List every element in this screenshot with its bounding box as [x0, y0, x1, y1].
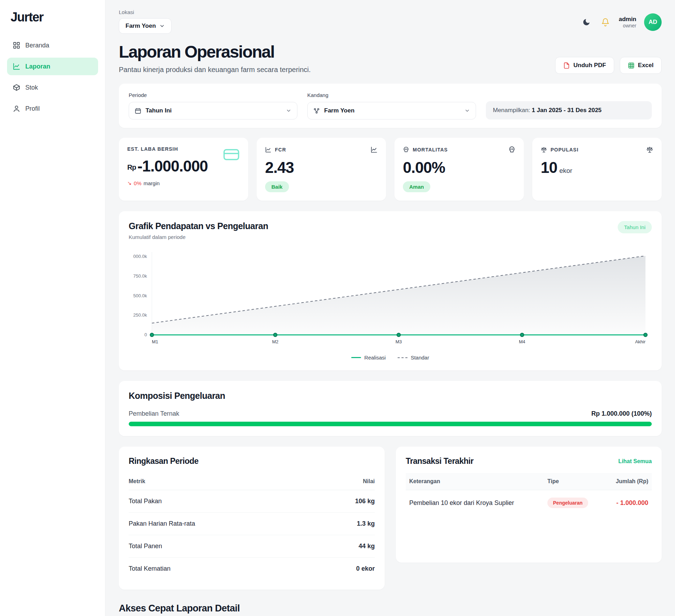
trend-value: 0%: [134, 180, 142, 186]
jumlah-cell: - 1.000.000: [603, 490, 652, 516]
lokasi-label: Lokasi: [119, 9, 172, 15]
margin-trend: ↘ 0% margin: [127, 180, 160, 186]
stat-value: 2.43: [265, 159, 378, 176]
lihat-semua-link[interactable]: Lihat Semua: [618, 458, 652, 465]
farm-select[interactable]: Farm Yoen: [119, 18, 172, 34]
export-excel-label: Excel: [638, 62, 654, 69]
person-icon: [13, 105, 20, 112]
status-badge: Baik: [265, 181, 289, 192]
legend-realisasi: Realisasi: [351, 355, 386, 361]
svg-text:Akhir: Akhir: [635, 339, 645, 344]
stat-value: 0.00%: [403, 159, 515, 176]
chart-header-text: Grafik Pendapatan vs Pengeluaran Kumulat…: [129, 221, 268, 240]
box-icon: [13, 84, 20, 91]
tipe-badge: Pengeluaran: [547, 498, 588, 508]
moon-icon: [582, 18, 591, 26]
topbar: Lokasi Farm Yoen: [119, 9, 662, 34]
export-excel-button[interactable]: Excel: [620, 57, 662, 74]
download-pdf-button[interactable]: Unduh PDF: [555, 57, 614, 74]
sidebar-item-laporan[interactable]: Laporan: [7, 58, 98, 75]
ringkasan-table: Metrik Nilai Total Pakan 106 kg Pakan Ha…: [129, 473, 375, 580]
stat-sub: Aman: [403, 181, 515, 192]
metric-cell: Total Kematian: [129, 558, 319, 580]
value-cell: 106 kg: [319, 490, 375, 513]
scale-icon: [646, 146, 653, 153]
stat-label: EST. LABA BERSIH: [127, 146, 178, 152]
wallet-icon: [222, 145, 240, 164]
sidebar-item-label: Profil: [25, 105, 40, 112]
sidebar: Jurter Beranda Laporan Stok: [0, 0, 105, 616]
scale-icon: [541, 147, 547, 153]
svg-text:0: 0: [144, 332, 147, 337]
status-badge: Aman: [403, 181, 430, 192]
populasi-unit: ekor: [559, 167, 572, 174]
komposisi-title: Komposisi Pengeluaran: [129, 391, 652, 401]
svg-text:750.0k: 750.0k: [133, 273, 147, 279]
value-cell: 0 ekor: [319, 558, 375, 580]
grid-icon: [13, 41, 20, 49]
chart-header: Grafik Pendapatan vs Pengeluaran Kumulat…: [129, 221, 652, 240]
table-row: Pakan Harian Rata-rata 1.3 kg: [129, 513, 375, 535]
value-cell: 1.3 kg: [319, 513, 375, 535]
column-header: Metrik: [129, 473, 319, 490]
trend-label: margin: [143, 180, 160, 186]
stat-sub: Baik: [265, 181, 378, 192]
sidebar-item-label: Laporan: [25, 63, 50, 70]
column-header: Tipe: [544, 473, 603, 490]
summary-row: Ringkasan Periode Metrik Nilai Total Pak…: [119, 447, 662, 590]
pdf-file-icon: [563, 62, 570, 69]
chart-subtitle: Kumulatif dalam periode: [129, 234, 268, 240]
ringkasan-title: Ringkasan Periode: [129, 456, 199, 466]
stat-header: FCR: [265, 146, 378, 153]
user-info: admin owner: [619, 15, 636, 29]
chart-legend: Realisasi Standar: [129, 355, 652, 361]
stat-card-populasi: POPULASI 10ekor: [532, 138, 662, 201]
metric-cell: Total Pakan: [129, 490, 319, 513]
kandang-filter-group: Kandang Farm Yoen: [307, 92, 476, 119]
svg-text:000.0k: 000.0k: [133, 254, 147, 259]
sidebar-item-beranda[interactable]: Beranda: [7, 37, 98, 54]
periode-filter-group: Periode Tahun Ini: [129, 92, 297, 119]
page-header-text: Laporan Operasional Pantau kinerja produ…: [119, 42, 311, 74]
table-row: Pembelian 10 ekor dari Kroya Suplier Pen…: [406, 490, 652, 516]
metric-cell: Total Panen: [129, 535, 319, 558]
legend-label: Realisasi: [364, 355, 386, 361]
header-actions: Unduh PDF Excel: [555, 57, 662, 74]
sidebar-item-label: Beranda: [25, 42, 49, 49]
periode-select[interactable]: Tahun Ini: [129, 102, 297, 119]
sidebar-item-profil[interactable]: Profil: [7, 100, 98, 117]
transaksi-title: Transaksi Terakhir: [406, 456, 474, 466]
user-name: admin: [619, 15, 636, 23]
stat-label: FCR: [275, 147, 286, 153]
stat-label: POPULASI: [551, 147, 579, 153]
legend-standar: Standar: [398, 355, 429, 361]
svg-text:M1: M1: [152, 339, 158, 344]
dark-mode-toggle[interactable]: [581, 17, 592, 28]
page-subtitle: Pantau kinerja produksi dan keuangan far…: [119, 66, 311, 74]
stat-header: MORTALITAS: [403, 146, 515, 153]
value-cell: 44 kg: [319, 535, 375, 558]
stat-sub: ↘ 0% margin: [127, 180, 240, 186]
svg-text:M3: M3: [396, 339, 402, 344]
chevron-down-icon: [159, 23, 165, 29]
sidebar-item-stok[interactable]: Stok: [7, 79, 98, 96]
table-row: Total Panen 44 kg: [129, 535, 375, 558]
kandang-select[interactable]: Farm Yoen: [307, 102, 476, 119]
svg-text:250.0k: 250.0k: [133, 312, 147, 318]
skull-icon: [508, 146, 515, 153]
filter-bar: Periode Tahun Ini Kandang: [119, 84, 662, 128]
tipe-cell: Pengeluaran: [544, 490, 603, 516]
page-title: Laporan Operasional: [119, 42, 311, 61]
stat-header: POPULASI: [541, 146, 653, 153]
page-header: Laporan Operasional Pantau kinerja produ…: [119, 42, 662, 74]
brand-logo: Jurter: [7, 10, 98, 37]
sidebar-nav: Beranda Laporan Stok Profil: [7, 37, 98, 117]
column-header: Jumlah (Rp): [603, 473, 652, 490]
svg-text:M2: M2: [272, 339, 278, 344]
avatar[interactable]: AD: [644, 13, 662, 31]
chart-mini-icon: [265, 147, 271, 153]
topbar-actions: admin owner AD: [581, 9, 662, 31]
date-range-display: Menampilkan: 1 Jan 2025 - 31 Des 2025: [486, 101, 652, 119]
download-pdf-label: Unduh PDF: [573, 62, 606, 69]
notifications-button[interactable]: [600, 17, 611, 28]
